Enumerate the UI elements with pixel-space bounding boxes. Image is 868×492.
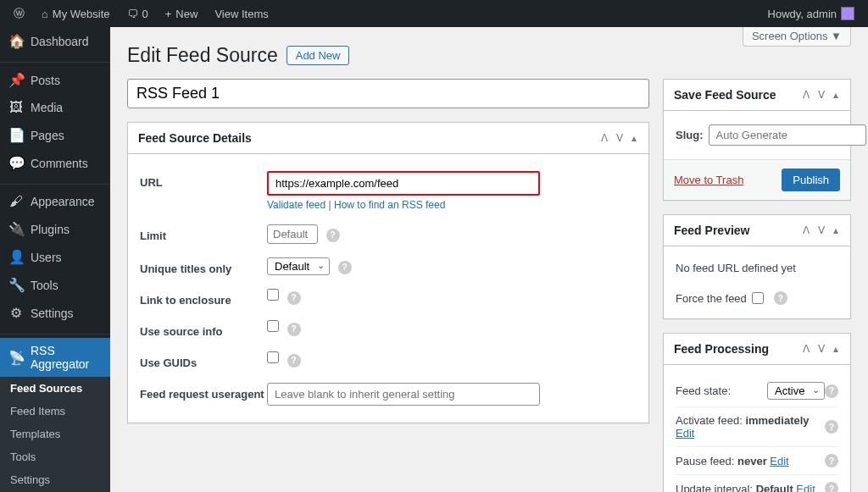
page-heading: Edit Feed Source Add New (127, 44, 851, 67)
enclosure-checkbox[interactable] (267, 289, 279, 301)
move-down-icon[interactable]: ᐯ (615, 130, 625, 146)
menu-label: Media (31, 101, 63, 114)
menu-appearance[interactable]: 🖌Appearance (0, 188, 110, 215)
guids-label: Use GUIDs (140, 351, 267, 369)
media-icon: 🖼 (8, 100, 24, 115)
url-label: URL (140, 171, 267, 189)
howto-rss-link[interactable]: How to find an RSS feed (334, 199, 445, 211)
enclosure-label: Link to enclosure (140, 289, 267, 307)
wp-logo[interactable]: ⓦ (7, 0, 31, 27)
help-icon[interactable]: ? (287, 354, 301, 368)
rss-icon: 📡 (8, 350, 24, 366)
menu-posts[interactable]: 📌Posts (0, 66, 110, 94)
url-field: Validate feed | How to find an RSS feed (267, 171, 637, 211)
activate-edit-link[interactable]: Edit (676, 427, 694, 439)
move-down-icon[interactable]: ᐯ (816, 341, 826, 357)
force-feed-checkbox[interactable] (752, 292, 764, 304)
guids-checkbox[interactable] (267, 351, 279, 363)
add-new-button[interactable]: Add New (287, 46, 350, 65)
menu-pages[interactable]: 📄Pages (0, 121, 110, 149)
move-to-trash-link[interactable]: Move to Trash (674, 174, 743, 186)
menu-tools[interactable]: 🔧Tools (0, 271, 110, 299)
view-items-label: View Items (214, 8, 268, 20)
admin-sidebar: 🏠Dashboard 📌Posts 🖼Media 📄Pages 💬Comment… (0, 27, 110, 492)
limit-input[interactable] (267, 224, 318, 244)
toggle-icon[interactable]: ▴ (832, 223, 840, 238)
pause-edit-link[interactable]: Edit (770, 455, 788, 467)
help-icon[interactable]: ? (326, 229, 340, 242)
validate-feed-link[interactable]: Validate feed (267, 199, 326, 211)
menu-comments[interactable]: 💬Comments (0, 149, 110, 177)
help-icon[interactable]: ? (825, 384, 838, 398)
feed-processing-box: Feed Processing ᐱ ᐯ ▴ Feed state: Active… (663, 333, 851, 492)
help-icon[interactable]: ? (825, 454, 838, 467)
move-up-icon[interactable]: ᐱ (599, 130, 609, 146)
menu-rss-aggregator[interactable]: 📡RSS Aggregator (0, 338, 110, 377)
menu-media[interactable]: 🖼Media (0, 94, 110, 121)
menu-label: Comments (31, 157, 88, 170)
comment-icon: 🗨 (127, 8, 138, 20)
feed-preview-box: Feed Preview ᐱ ᐯ ▴ No feed URL defined y… (663, 214, 851, 319)
postbox-body: Slug: (664, 111, 850, 159)
comments-count: 0 (142, 8, 148, 20)
new-content-link[interactable]: +New (159, 0, 205, 27)
move-down-icon[interactable]: ᐯ (816, 223, 826, 238)
dashboard-icon: 🏠 (8, 33, 24, 49)
submenu-feed-sources[interactable]: Feed Sources (0, 377, 110, 400)
help-icon[interactable]: ? (287, 291, 301, 305)
help-icon[interactable]: ? (774, 291, 787, 305)
help-icon[interactable]: ? (287, 323, 301, 336)
activate-row: Activate feed: immediately Edit ? (676, 406, 838, 446)
site-name: My Website (53, 8, 110, 20)
toggle-icon[interactable]: ▴ (630, 130, 638, 146)
comments-icon: 💬 (8, 155, 24, 171)
enclosure-field: ? (267, 289, 637, 305)
menu-users[interactable]: 👤Users (0, 243, 110, 271)
pause-row: Pause feed: never Edit ? (676, 446, 838, 474)
screen-options-toggle[interactable]: Screen Options ▼ (743, 27, 851, 47)
help-icon[interactable]: ? (825, 482, 838, 492)
unique-select[interactable]: Default (267, 257, 330, 275)
menu-plugins[interactable]: 🔌Plugins (0, 215, 110, 243)
help-icon[interactable]: ? (825, 420, 838, 434)
adminbar-left: ⓦ ⌂My Website 🗨0 +New View Items (7, 0, 275, 27)
view-items-link[interactable]: View Items (208, 0, 275, 27)
feed-state-select[interactable]: Active (767, 382, 825, 400)
slug-input[interactable] (709, 124, 866, 146)
publish-button[interactable]: Publish (782, 169, 840, 191)
plugins-icon: 🔌 (8, 221, 24, 237)
toggle-icon[interactable]: ▴ (832, 341, 840, 357)
submenu-tools[interactable]: Tools (0, 445, 110, 468)
submenu-settings[interactable]: Settings (0, 468, 110, 491)
move-down-icon[interactable]: ᐯ (816, 87, 826, 102)
row-unique: Unique titles only Default ? (140, 251, 637, 282)
comments-link[interactable]: 🗨0 (120, 0, 155, 27)
postbox-body: URL Validate feed | How to find an RSS f… (128, 154, 648, 423)
menu-settings[interactable]: ⚙Settings (0, 299, 110, 327)
move-up-icon[interactable]: ᐱ (801, 223, 811, 238)
submenu-templates[interactable]: Templates (0, 423, 110, 445)
limit-label: Limit (140, 224, 267, 242)
unique-label: Unique titles only (140, 257, 267, 275)
tools-icon: 🔧 (8, 277, 24, 293)
url-input[interactable] (267, 171, 540, 196)
menu-label: Settings (31, 307, 74, 320)
row-url: URL Validate feed | How to find an RSS f… (140, 164, 637, 218)
toggle-icon[interactable]: ▴ (832, 87, 840, 102)
side-column: Save Feed Source ᐱ ᐯ ▴ Slug: Move to Tra… (663, 79, 851, 492)
help-icon[interactable]: ? (338, 261, 352, 274)
source-checkbox[interactable] (267, 320, 279, 332)
menu-dashboard[interactable]: 🏠Dashboard (0, 27, 110, 55)
wordpress-icon: ⓦ (14, 6, 25, 21)
useragent-input[interactable] (267, 383, 540, 406)
pause-text: Pause feed: never Edit (676, 455, 825, 467)
howdy-link[interactable]: Howdy, admin (761, 0, 861, 27)
title-input[interactable] (127, 79, 649, 108)
move-up-icon[interactable]: ᐱ (801, 341, 811, 357)
adminbar-right: Howdy, admin (761, 0, 861, 27)
interval-edit-link[interactable]: Edit (796, 483, 815, 493)
site-name-link[interactable]: ⌂My Website (35, 0, 117, 27)
move-up-icon[interactable]: ᐱ (801, 87, 811, 102)
row-limit: Limit ? (140, 218, 637, 251)
submenu-feed-items[interactable]: Feed Items (0, 400, 110, 423)
